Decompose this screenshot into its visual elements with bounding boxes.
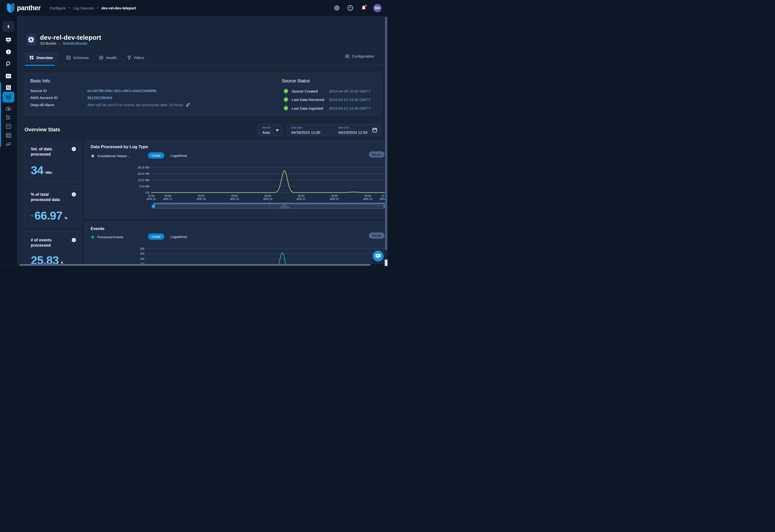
log-source-icon [6, 95, 11, 100]
help-icon[interactable]: ? [346, 4, 354, 12]
page-subtitle: S3 Bucket → fluentds3bucket [40, 41, 87, 45]
sidebar-item-search[interactable] [2, 59, 14, 69]
status-label: Last Data Received [292, 98, 329, 102]
horizontal-scrollbar-track[interactable] [0, 264, 388, 266]
horizontal-scrollbar-thumb[interactable] [19, 264, 370, 266]
legend-label[interactable]: Gravitational.Telepor… [97, 154, 130, 158]
panther-shield-icon [6, 3, 15, 13]
brush-handle-left[interactable] [152, 204, 155, 208]
info-icon[interactable]: i [72, 238, 76, 242]
vertical-scrollbar-track[interactable] [385, 16, 388, 266]
sidebar-item-sliders[interactable] [2, 83, 14, 93]
panther-logo[interactable]: panther [6, 3, 41, 13]
source-status-title: Source Status [282, 78, 310, 84]
calendar-icon[interactable] [372, 128, 377, 133]
source-id-value[interactable]: ecc40796-04bc-481c-bfe3-ceda22e8898b [87, 89, 157, 94]
stat-value: 34 MBs [31, 165, 52, 175]
tab-schemas[interactable]: Schemas [64, 52, 91, 63]
configuration-button[interactable]: Configuration [345, 54, 374, 58]
date-end-value[interactable]: 04/23/2024 12:59 [338, 130, 367, 134]
y-tick-label: 38.15 MB [138, 166, 149, 169]
breadcrumb-log-sources[interactable]: Log Sources [73, 6, 94, 10]
settings-gear-icon[interactable] [333, 4, 340, 12]
x-tick-time: 00:00 [331, 194, 337, 197]
info-label: AWS Account ID [30, 96, 87, 101]
sidebar-item-alerts[interactable] [2, 47, 14, 57]
info-icon[interactable]: i [72, 147, 76, 151]
sidebar-item-workflows[interactable] [2, 139, 14, 149]
chat-bubble-icon [375, 253, 381, 259]
overview-stats-title: Overview Stats [25, 127, 60, 133]
check-circle-icon [283, 97, 288, 102]
tab-filters[interactable]: Filters [125, 52, 146, 63]
info-icon[interactable]: i [72, 192, 76, 197]
stat-unit: % [65, 216, 67, 220]
x-tick-time: 00:00 [364, 194, 371, 197]
grid-icon [30, 56, 33, 60]
user-avatar[interactable]: BA [373, 4, 381, 12]
monitor-pulse-icon [6, 37, 11, 42]
svg-text:?: ? [349, 6, 351, 10]
cloud-shield-icon [5, 106, 11, 111]
info-row-dropoff-alarm: Drop-off Alarm Alert will be sent if no … [30, 103, 190, 108]
logarithmic-toggle-button[interactable]: Logarithmic [170, 154, 187, 158]
search-icon [6, 61, 11, 67]
scrollbar-corner [385, 260, 388, 266]
brush-selection[interactable] [153, 204, 385, 208]
breadcrumb: Configure › Log Sources › dev-rel-dev-te… [50, 5, 136, 10]
info-row-aws-account: AWS Account ID 981262289404 [30, 96, 112, 101]
sidebar-item-integrations[interactable] [2, 112, 14, 122]
date-range-picker[interactable]: Date Start 04/16/2024 12:00 Date End 04/… [286, 124, 381, 136]
x-tick-time: 12:00 [148, 194, 154, 197]
tab-health[interactable]: Health [97, 52, 119, 63]
status-label: Source Created [292, 89, 329, 93]
sidebar-item-tables[interactable] [2, 130, 14, 140]
date-start-value[interactable]: 04/16/2024 12:00 [291, 130, 320, 134]
sidebar-item-cloud-security[interactable] [2, 103, 14, 113]
chart-title: Events [91, 226, 104, 231]
info-row-source-id: Source ID ecc40796-04bc-481c-bfe3-ceda22… [30, 89, 157, 94]
tab-label: Schemas [73, 56, 89, 60]
tab-overview[interactable]: Overview [25, 52, 58, 63]
legend-label[interactable]: Processed Events [97, 235, 123, 239]
stat-unit: MBs [45, 171, 52, 174]
sidebar-item-packs[interactable] [2, 121, 14, 131]
stat-card-title: # of events processed [31, 237, 68, 248]
sidebar-item-code[interactable] [2, 71, 14, 81]
y-tick-label: 20k [140, 257, 144, 260]
sidebar-item-log-sources-active[interactable] [2, 92, 14, 102]
status-timestamp: 2024-04-22 14:26 GMT-7 [329, 98, 370, 102]
interval-select[interactable]: Interval Auto [258, 124, 283, 136]
brush-scroll-strip [153, 203, 385, 204]
chart-panel-events: Events Processed Events Linear Logarithm… [85, 222, 385, 266]
basic-info-title: Basic Info [30, 78, 50, 84]
vertical-scrollbar-thumb[interactable] [385, 17, 387, 250]
health-pulse-icon [99, 56, 103, 60]
share-arrows-icon [6, 115, 11, 120]
chart-panel-data-processed: Data Processed by Log Type Gravitational… [85, 140, 385, 218]
data-processed-chart[interactable]: 0 B9.54 MB19.07 MB28.61 MB38.15 MB12:00A… [85, 140, 385, 218]
status-item-last-data-ingested: Last Data Ingested 2024-04-22 14:28 GMT-… [283, 106, 370, 111]
stat-number: 66.97 [34, 211, 63, 221]
breadcrumb-configure[interactable]: Configure [50, 6, 66, 10]
sidebar-active-section-rail [0, 82, 1, 147]
chat-widget-button[interactable] [372, 251, 383, 262]
events-chart[interactable]: 30k25k20k15k [85, 243, 385, 266]
edit-pencil-icon[interactable] [186, 103, 190, 108]
aws-account-id-value[interactable]: 981262289404 [87, 96, 112, 101]
linear-toggle-button[interactable]: Linear [148, 152, 164, 159]
bucket-link[interactable]: fluentds3bucket [63, 41, 87, 45]
logarithmic-toggle-button[interactable]: Logarithmic [170, 235, 187, 239]
sidebar-item-lightning[interactable] [2, 21, 14, 32]
x-tick-date: APR 21 [297, 198, 305, 200]
notifications-bell-icon[interactable] [360, 4, 367, 12]
y-tick-label: 25k [140, 252, 144, 255]
status-item-source-created: Source Created 2024-04-08 15:00 GMT-7 [283, 89, 370, 94]
reset-button[interactable]: Reset [369, 151, 384, 158]
linear-toggle-button[interactable]: Linear [148, 233, 164, 240]
y-tick-label: 9.54 MB [139, 185, 149, 188]
x-tick-date: APR 19 [230, 198, 239, 200]
sidebar-item-dashboard[interactable] [2, 35, 14, 45]
reset-button[interactable]: Reset [369, 233, 384, 239]
sidebar: › [0, 16, 17, 266]
